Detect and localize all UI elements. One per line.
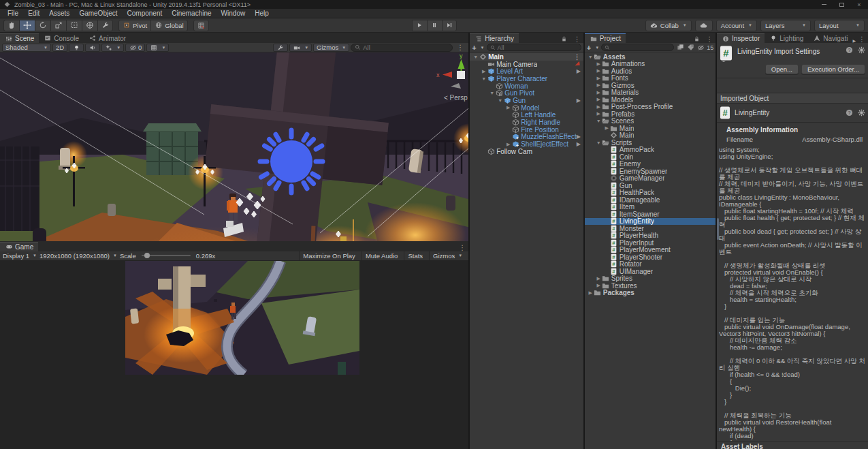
scene-menu-dots[interactable]: ⋮ [454,44,466,51]
layout-dropdown[interactable]: Layout▼ [814,20,865,31]
open-button[interactable]: Open... [765,64,799,74]
sprite-pack-icon[interactable] [676,44,684,52]
rotate-tool-button[interactable] [35,20,50,31]
shading-mode-dropdown[interactable]: Shaded▼ [2,44,51,52]
hierarchy-item-left-handle[interactable]: Left Handle [470,112,583,119]
expand-arrow[interactable]: ▶ [481,69,487,74]
2d-toggle[interactable]: 2D [52,44,67,52]
expand-arrow[interactable]: ▶ [588,290,594,296]
project-item-enemyspawner[interactable]: #EnemySpawner [585,168,716,175]
project-item-monster[interactable]: #Monster [585,225,716,232]
project-item-healthpack[interactable]: #HealthPack [585,189,716,197]
project-item-playerinput[interactable]: #PlayerInput [585,239,716,247]
tab-hierarchy[interactable]: Hierarchy [470,33,519,43]
project-item-itemspawner[interactable]: #ItemSpawner [585,211,716,218]
scene-grid-dropdown[interactable]: ▼ [146,44,169,52]
menu-cinemachine[interactable]: Cinemachine [167,10,216,17]
project-item-scenes[interactable]: ▼Scenes [585,118,716,125]
hierarchy-item-woman[interactable]: Woman [470,82,583,90]
scene-visibility-toggle[interactable]: 0 [125,44,145,52]
hierarchy-item-right-handle[interactable]: Right Handle [470,119,583,126]
inspector-scrollbar[interactable] [717,218,719,240]
project-item-livingentity[interactable]: #LivingEntity [585,218,716,226]
tool-settings-button[interactable] [273,44,288,52]
tab-project[interactable]: Project [585,33,626,43]
game-gizmos-dropdown[interactable]: Gizmos▼ [429,251,466,260]
expand-arrow[interactable]: ▼ [481,76,487,81]
expand-arrow[interactable]: ▶ [596,76,602,81]
menu-window[interactable]: Window [216,10,251,17]
prefab-open-chevron[interactable]: ▶ [577,141,583,147]
hierarchy-item-muzzleflasheffect[interactable]: MuzzleFlashEffect▶ [470,134,583,141]
expand-arrow[interactable]: ▶ [596,82,602,88]
expand-arrow[interactable]: ▶ [596,97,602,102]
stats-button[interactable]: Stats [404,251,426,260]
execution-order-button[interactable]: Execution Order... [801,64,865,74]
hierarchy-menu-dots[interactable]: ⋮ [571,35,583,43]
expand-arrow[interactable]: ▼ [596,119,602,123]
expand-arrow[interactable]: ▶ [505,142,511,147]
expand-arrow[interactable]: ▼ [472,55,479,59]
expand-arrow[interactable]: ▶ [596,104,602,110]
scale-slider-thumb[interactable] [144,253,150,258]
maximize-on-play-button[interactable]: Maximize On Play [299,251,359,260]
expand-arrow[interactable]: ▶ [596,90,602,95]
pivot-toggle[interactable]: Pivot [118,20,151,31]
eye-off-icon[interactable] [696,44,705,52]
project-item-playermovement[interactable]: #PlayerMovement [585,247,716,254]
project-item-enemy[interactable]: #Enemy [585,161,716,168]
hierarchy-item-fire-position[interactable]: Fire Position [470,126,583,134]
hierarchy-item-player-character[interactable]: ▼Player Character [470,75,583,82]
step-button[interactable] [442,20,457,31]
cloud-button[interactable] [695,20,713,31]
prefab-open-chevron[interactable]: ▶ [577,134,583,140]
minimize-button[interactable] [815,0,833,9]
expand-arrow[interactable]: ▶ [604,125,610,131]
scene-camera-dropdown[interactable]: ▼ [289,44,312,52]
scene-audio-toggle[interactable] [85,44,100,52]
collab-dropdown[interactable]: Collab▼ [645,20,692,31]
game-viewport[interactable] [0,261,468,449]
asset-labels-section[interactable]: Asset Labels [717,441,868,449]
project-item-iitem[interactable]: #IItem [585,204,716,211]
scale-tool-button[interactable] [50,20,66,31]
layers-dropdown[interactable]: Layers▼ [760,20,811,31]
hierarchy-item-follow-cam[interactable]: Follow Cam [470,148,583,155]
pause-button[interactable] [427,20,442,31]
display-dropdown[interactable]: Display 1▼ [3,252,37,260]
tab-inspector[interactable]: Inspector [717,33,765,43]
hierarchy-item-model[interactable]: ▶Model [470,104,583,112]
expand-arrow[interactable]: ▼ [489,91,495,95]
scale-slider[interactable] [142,255,191,256]
label-tag-icon[interactable] [686,44,694,52]
expand-arrow[interactable]: ▶ [505,105,511,110]
project-item-rotator[interactable]: #Rotator [585,261,716,268]
hierarchy-item-gun[interactable]: ▼Gun▶ [470,97,583,104]
rect-tool-button[interactable] [66,20,82,31]
project-search-input[interactable] [601,44,674,51]
expand-arrow[interactable]: ▶ [596,276,602,281]
expand-arrow[interactable]: ▼ [497,98,503,103]
lock-icon[interactable] [560,35,568,43]
hierarchy-search-input[interactable]: All [487,44,581,51]
scene-viewport[interactable]: y x < Persp [0,52,468,241]
menu-assets[interactable]: Assets [44,10,74,17]
tab-console[interactable]: Console [39,33,84,43]
scene-search-input[interactable]: All [351,44,453,52]
custom-tool-button[interactable] [97,20,113,31]
project-item-ammopack[interactable]: #AmmoPack [585,146,716,154]
tab-scene[interactable]: Scene [0,33,39,43]
mute-audio-button[interactable]: Mute Audio [361,251,402,260]
move-tool-button[interactable] [19,20,35,31]
resolution-dropdown[interactable]: 1920x1080 (1920x1080)▼ [39,252,117,260]
lock-icon[interactable] [692,35,701,43]
menu-edit[interactable]: Edit [23,10,44,17]
project-item-textures[interactable]: ▶Textures [585,282,716,290]
project-item-coin[interactable]: #Coin [585,153,716,161]
scene-effects-dropdown[interactable]: ▼ [101,44,124,52]
help-icon[interactable]: ? [845,46,853,54]
expand-arrow[interactable]: ▶ [596,111,602,117]
maximize-button[interactable] [833,0,850,9]
project-item-packages[interactable]: ▶Packages [585,290,716,297]
menu-file[interactable]: File [3,10,23,17]
